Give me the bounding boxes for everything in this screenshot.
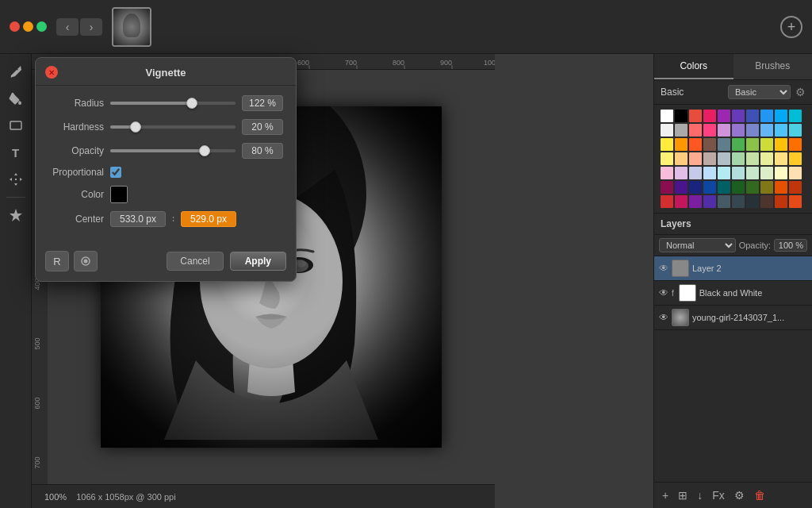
color-swatch-item[interactable] xyxy=(746,152,759,165)
close-dot[interactable] xyxy=(10,21,20,32)
color-swatch-item[interactable] xyxy=(789,167,802,179)
color-swatch-item[interactable] xyxy=(703,124,716,137)
settings-button[interactable]: ⚙ xyxy=(733,487,746,503)
color-swatch-item[interactable] xyxy=(689,152,702,165)
color-swatch-item[interactable] xyxy=(789,138,802,151)
opacity-value[interactable] xyxy=(242,143,283,159)
color-swatch-item[interactable] xyxy=(661,138,673,151)
tab-brushes[interactable]: Brushes xyxy=(733,54,813,79)
color-swatch-item[interactable] xyxy=(760,138,773,151)
apply-button[interactable]: Apply xyxy=(230,252,286,271)
gear-icon[interactable]: ⚙ xyxy=(795,86,806,98)
color-swatch-item[interactable] xyxy=(689,195,702,208)
fill-tool-button[interactable] xyxy=(5,87,27,110)
brush-tool-button[interactable] xyxy=(5,60,27,83)
move-tool-button[interactable] xyxy=(5,168,27,190)
color-swatch-item[interactable] xyxy=(718,152,730,165)
center-x-input[interactable] xyxy=(110,211,166,227)
color-swatch-item[interactable] xyxy=(732,110,745,122)
text-tool-button[interactable]: T xyxy=(5,141,27,164)
reset-button[interactable]: R xyxy=(45,251,69,271)
maximize-dot[interactable] xyxy=(36,21,47,32)
color-swatch-item[interactable] xyxy=(760,195,773,208)
color-swatch-item[interactable] xyxy=(718,167,730,179)
hardness-value[interactable] xyxy=(242,119,283,135)
color-swatch-item[interactable] xyxy=(732,124,745,137)
opacity-input[interactable] xyxy=(774,239,807,252)
radius-value[interactable] xyxy=(242,95,283,111)
color-swatch-item[interactable] xyxy=(775,181,787,194)
add-layer-button[interactable]: + xyxy=(661,487,670,503)
proportional-checkbox[interactable] xyxy=(110,167,121,178)
color-swatch-item[interactable] xyxy=(703,152,716,165)
cancel-button[interactable]: Cancel xyxy=(167,252,223,271)
dialog-close-button[interactable]: ✕ xyxy=(45,66,58,79)
color-swatch-item[interactable] xyxy=(746,138,759,151)
color-swatch-item[interactable] xyxy=(661,181,673,194)
color-swatch-item[interactable] xyxy=(732,195,745,208)
forward-button[interactable]: › xyxy=(80,18,102,36)
color-swatch-item[interactable] xyxy=(789,124,802,137)
preview-button[interactable] xyxy=(74,251,98,271)
color-swatch-item[interactable] xyxy=(775,110,787,122)
blend-mode-select[interactable]: Normal Multiply Screen xyxy=(659,238,736,252)
color-swatch-item[interactable] xyxy=(689,167,702,179)
color-swatch-item[interactable] xyxy=(703,167,716,179)
document-thumbnail[interactable] xyxy=(112,7,151,47)
color-swatch-item[interactable] xyxy=(689,110,702,122)
color-swatch-item[interactable] xyxy=(675,152,688,165)
add-document-button[interactable]: + xyxy=(780,16,802,38)
color-swatch-item[interactable] xyxy=(718,138,730,151)
color-swatch-item[interactable] xyxy=(775,167,787,179)
layer-item-photo[interactable]: 👁 young-girl-2143037_1... xyxy=(654,306,812,330)
hardness-thumb[interactable] xyxy=(130,121,141,133)
color-swatch-item[interactable] xyxy=(732,181,745,194)
color-swatch-item[interactable] xyxy=(775,138,787,151)
color-swatch-item[interactable] xyxy=(760,167,773,179)
color-swatch-item[interactable] xyxy=(689,181,702,194)
color-swatch-item[interactable] xyxy=(718,124,730,137)
color-swatch-item[interactable] xyxy=(703,138,716,151)
color-swatch-item[interactable] xyxy=(661,167,673,179)
layer-item-layer2[interactable]: 👁 Layer 2 xyxy=(654,256,812,281)
color-swatch-item[interactable] xyxy=(789,195,802,208)
color-swatch-item[interactable] xyxy=(746,195,759,208)
color-swatch-item[interactable] xyxy=(760,110,773,122)
fx-button[interactable]: Fx xyxy=(710,487,726,503)
color-swatch-item[interactable] xyxy=(789,110,802,122)
color-swatch-item[interactable] xyxy=(703,195,716,208)
back-button[interactable]: ‹ xyxy=(56,18,79,36)
color-swatch-item[interactable] xyxy=(675,138,688,151)
color-swatch-item[interactable] xyxy=(661,152,673,165)
color-swatch-item[interactable] xyxy=(789,152,802,165)
opacity-thumb[interactable] xyxy=(199,145,210,156)
hardness-slider[interactable] xyxy=(110,125,236,129)
center-y-input[interactable] xyxy=(181,211,236,227)
color-swatch[interactable] xyxy=(110,186,128,203)
color-swatch-item[interactable] xyxy=(689,138,702,151)
layer-item-bw[interactable]: 👁 f Black and White xyxy=(654,281,812,306)
opacity-slider[interactable] xyxy=(110,149,236,152)
color-swatch-item[interactable] xyxy=(775,124,787,137)
color-swatch-item[interactable] xyxy=(661,110,673,122)
color-swatch-item[interactable] xyxy=(760,124,773,137)
duplicate-layer-button[interactable]: ↓ xyxy=(695,487,704,503)
color-swatch-item[interactable] xyxy=(703,181,716,194)
radius-slider[interactable] xyxy=(110,102,236,105)
rect-tool-button[interactable] xyxy=(5,114,27,137)
color-swatch-item[interactable] xyxy=(718,181,730,194)
visibility-icon-layer2[interactable]: 👁 xyxy=(659,263,668,274)
color-swatch-item[interactable] xyxy=(732,138,745,151)
color-swatch-item[interactable] xyxy=(718,110,730,122)
color-swatch-item[interactable] xyxy=(675,110,688,122)
new-group-button[interactable]: ⊞ xyxy=(676,487,689,503)
color-swatch-item[interactable] xyxy=(661,195,673,208)
color-swatch-item[interactable] xyxy=(718,195,730,208)
visibility-icon-photo[interactable]: 👁 xyxy=(659,312,668,323)
color-swatch-item[interactable] xyxy=(689,124,702,137)
color-swatch-item[interactable] xyxy=(746,181,759,194)
color-swatch-item[interactable] xyxy=(661,124,673,137)
color-swatch-item[interactable] xyxy=(746,124,759,137)
star-tool-button[interactable] xyxy=(5,204,27,226)
color-swatch-item[interactable] xyxy=(675,195,688,208)
